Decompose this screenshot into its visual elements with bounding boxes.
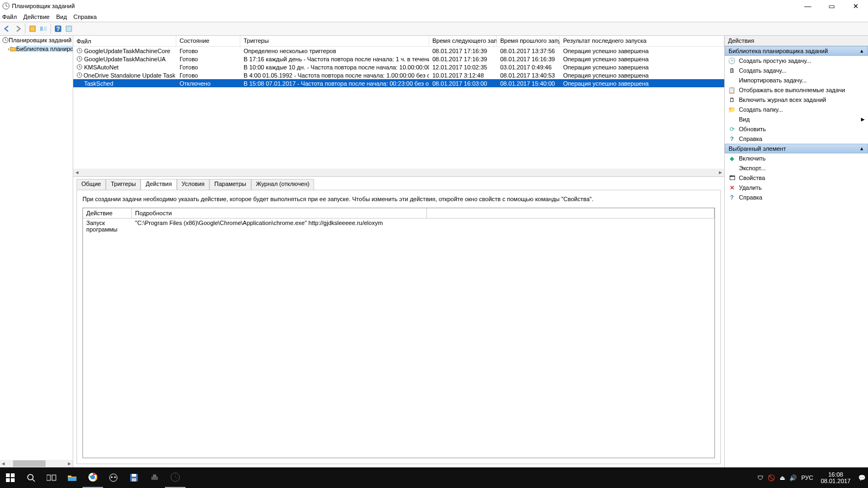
tray-notifications-icon[interactable]: 💬 (858, 474, 866, 481)
maximize-button[interactable]: ▭ (825, 2, 839, 10)
tray-usb-icon[interactable]: ⏏ (780, 474, 785, 481)
help-icon: ? (728, 136, 736, 142)
toolbar-icon-2[interactable] (39, 24, 48, 34)
clock-date: 08.01.2017 (821, 478, 851, 484)
chrome-icon[interactable] (82, 467, 103, 488)
collapse-icon: ▲ (859, 48, 864, 54)
actions-section-library[interactable]: Библиотека планировщика заданий ▲ (725, 46, 868, 56)
refresh-icon: ⟳ (728, 126, 736, 133)
toolbar-icon-1[interactable] (28, 24, 37, 34)
tree-hscroll[interactable]: ◄ ► (0, 460, 73, 467)
action-enable[interactable]: ◆Включить (725, 153, 868, 163)
action-refresh[interactable]: ⟳Обновить (725, 124, 868, 134)
svg-point-23 (110, 474, 117, 481)
app-icon-skull[interactable] (103, 467, 124, 488)
tray-volume-icon[interactable]: 🔊 (789, 474, 797, 481)
explorer-icon[interactable] (62, 467, 82, 488)
task-row[interactable]: GoogleUpdateTaskMachineCoreГотовоОпредел… (73, 47, 724, 55)
menu-action[interactable]: Действие (23, 14, 49, 20)
toolbar: ? (0, 22, 868, 36)
svg-rect-13 (6, 473, 10, 477)
action-show-running[interactable]: 📋Отображать все выполняемые задачи (725, 85, 868, 95)
svg-rect-27 (132, 474, 136, 477)
close-button[interactable]: ✕ (848, 2, 863, 10)
minimize-button[interactable]: — (801, 2, 815, 10)
actions-section-selected[interactable]: Выбранный элемент ▲ (725, 144, 868, 153)
tray-network-icon[interactable]: 🚫 (768, 474, 775, 481)
action-import[interactable]: Импортировать задачу... (725, 75, 868, 85)
svg-rect-16 (11, 478, 15, 482)
chevron-right-icon: ▶ (861, 117, 865, 122)
clock-time: 16:08 (821, 471, 851, 478)
tree-library[interactable]: › Библиотека планировщика заданий (0, 44, 73, 53)
taskscheduler-icon[interactable] (165, 467, 186, 488)
menu-view[interactable]: Вид (56, 14, 67, 20)
header-file[interactable]: Файл (73, 36, 176, 46)
action-delete[interactable]: ✕Удалить (725, 183, 868, 192)
tab-triggers[interactable]: Триггеры (106, 179, 141, 190)
tab-history[interactable]: Журнал (отключен) (251, 179, 315, 190)
task-list-header: Файл Состояние Триггеры Время следующего… (73, 36, 724, 47)
list-icon: 📋 (728, 87, 736, 94)
details-pane: Общие Триггеры Действия Условия Параметр… (73, 177, 724, 467)
search-icon[interactable] (21, 467, 41, 488)
task-row[interactable]: TaskSchedОтключеноВ 15:08 07.01.2017 - Ч… (73, 79, 724, 87)
taskbar-clock[interactable]: 16:08 08.01.2017 (818, 471, 854, 484)
start-button[interactable] (0, 467, 21, 488)
clock-icon (76, 72, 82, 79)
header-triggers[interactable]: Триггеры (240, 36, 429, 46)
svg-rect-20 (68, 477, 76, 481)
svg-rect-19 (52, 475, 56, 480)
header-state[interactable]: Состояние (176, 36, 240, 46)
tray-language[interactable]: РУС (801, 474, 813, 481)
menu-help[interactable]: Справка (73, 14, 97, 20)
action-help-2[interactable]: ?Справка (725, 192, 868, 202)
clock-icon (76, 80, 83, 87)
header-last-run[interactable]: Время прошлого запуска (497, 36, 560, 46)
help-icon[interactable]: ? (53, 24, 63, 34)
action-new-folder[interactable]: 📁Создать папку... (725, 105, 868, 114)
action-view[interactable]: Вид▶ (725, 114, 868, 124)
tab-settings[interactable]: Параметры (209, 179, 251, 190)
tree-root[interactable]: Планировщик заданий (Локальный) (0, 36, 73, 44)
header-next-run[interactable]: Время следующего запуска (429, 36, 497, 46)
action-create-task[interactable]: 🗓Создать задачу... (725, 66, 868, 75)
save-icon[interactable] (124, 467, 144, 488)
task-icon: 🕒 (728, 57, 736, 65)
toolbar-icon-3[interactable] (64, 24, 74, 34)
action-header-action[interactable]: Действие (83, 208, 132, 218)
header-result[interactable]: Результат последнего запуска (560, 36, 724, 46)
action-properties[interactable]: 🗔Свойства (725, 173, 868, 183)
svg-point-24 (111, 477, 113, 478)
menu-file[interactable]: Файл (2, 14, 17, 20)
action-create-basic[interactable]: 🕒Создать простую задачу... (725, 56, 868, 66)
tab-actions[interactable]: Действия (141, 179, 176, 190)
back-button[interactable] (2, 24, 12, 34)
properties-icon: 🗔 (728, 175, 736, 181)
tasklist-hscroll[interactable]: ◄► (73, 169, 724, 176)
forward-button[interactable] (13, 24, 23, 34)
tab-conditions[interactable]: Условия (177, 179, 209, 190)
action-export[interactable]: Экспорт... (725, 163, 868, 173)
title-bar: Планировщик заданий — ▭ ✕ (0, 0, 868, 12)
svg-rect-2 (40, 27, 43, 31)
task-view-icon[interactable] (41, 467, 62, 488)
action-enable-history[interactable]: 🗒Включить журнал всех заданий (725, 95, 868, 105)
task-row[interactable]: KMSAutoNetГотовоВ 10:00 каждые 10 дн. - … (73, 63, 724, 71)
svg-rect-15 (6, 478, 10, 482)
action-help[interactable]: ?Справка (725, 134, 868, 144)
task-row[interactable]: GoogleUpdateTaskMachineUAГотовоВ 17:16 к… (73, 55, 724, 63)
action-header-details[interactable]: Подробности (132, 208, 427, 218)
action-row[interactable]: Запуск программы "C:\Program Files (x86)… (83, 219, 714, 234)
folder-icon (10, 46, 16, 52)
svg-point-17 (28, 474, 33, 480)
tab-general[interactable]: Общие (76, 179, 106, 190)
task-row[interactable]: OneDrive Standalone Update Task v2Готово… (73, 71, 724, 79)
tray-defender-icon[interactable]: 🛡 (757, 474, 763, 481)
taskbar: 🛡 🚫 ⏏ 🔊 РУС 16:08 08.01.2017 💬 (0, 467, 868, 488)
svg-rect-30 (153, 474, 156, 477)
app-icon-wot[interactable] (144, 467, 165, 488)
actions-pane: Действия Библиотека планировщика заданий… (724, 36, 868, 467)
folder-icon: 📁 (728, 106, 736, 113)
actions-description: При создании задачи необходимо указать д… (82, 196, 715, 202)
